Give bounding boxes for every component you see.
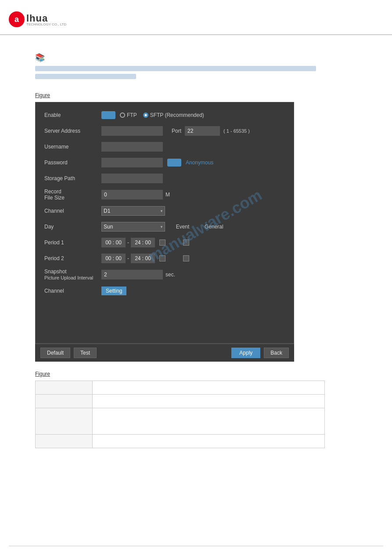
- figure-label-1: Figure: [35, 92, 50, 98]
- logo: a lhua TECHNOLOGY CO., LTD: [9, 11, 66, 27]
- port-input[interactable]: [185, 126, 220, 136]
- period2-label: Period 2: [44, 255, 101, 261]
- username-label: Username: [44, 144, 101, 150]
- username-row: Username: [44, 141, 285, 152]
- period1-label: Period 1: [44, 239, 101, 246]
- figure-label-2: Figure: [35, 371, 50, 377]
- table-row: [36, 395, 325, 408]
- password-label: Password: [44, 160, 101, 166]
- server-address-row: Server Address Port ( 1 - 65535 ): [44, 125, 285, 137]
- period1-start-input[interactable]: [101, 238, 126, 247]
- period2-time: -: [101, 254, 155, 263]
- table-cell-param: [36, 395, 93, 408]
- snapshot-row: Snapshot Picture Upload Interval sec.: [44, 268, 285, 281]
- day-select-wrapper: Sun ▼: [101, 222, 165, 232]
- anonymous-toggle[interactable]: [167, 159, 181, 167]
- ftp-panel-wrapper: Enable FTP SFTP (Recommended) Server Add…: [35, 102, 357, 362]
- password-input[interactable]: [101, 158, 163, 167]
- note-lines: [35, 66, 357, 79]
- sftp-radio[interactable]: [143, 112, 148, 118]
- server-address-input[interactable]: [101, 126, 163, 136]
- header: a lhua TECHNOLOGY CO., LTD: [0, 0, 392, 35]
- apply-button[interactable]: Apply: [231, 348, 260, 358]
- table-cell-desc: [93, 408, 325, 435]
- table-cell-param: [36, 408, 93, 435]
- period2-general-checkbox[interactable]: [183, 255, 189, 261]
- logo-tagline: TECHNOLOGY CO., LTD: [26, 22, 66, 26]
- logo-letter: a: [14, 15, 19, 24]
- day-row: Day Sun ▼ Event General: [44, 221, 285, 232]
- period2-separator: -: [127, 255, 129, 261]
- protocol-radio-group: FTP SFTP (Recommended): [120, 112, 204, 118]
- table-cell-param: [36, 435, 93, 448]
- main-content: 📚 Figure Enable FTP SFTP (Reco: [0, 35, 392, 457]
- snapshot-label: Snapshot Picture Upload Interval: [44, 268, 101, 281]
- table-cell-desc: [93, 435, 325, 448]
- storage-path-label: Storage Path: [44, 175, 101, 181]
- sftp-radio-item[interactable]: SFTP (Recommended): [143, 112, 204, 118]
- period2-end-input[interactable]: [131, 254, 155, 263]
- file-size-input[interactable]: [101, 190, 163, 200]
- storage-path-row: Storage Path: [44, 173, 285, 184]
- channel-label: Channel: [44, 208, 101, 214]
- channel-select-wrapper: D1 ▼: [101, 206, 165, 216]
- table-cell-desc: [93, 381, 325, 395]
- panel-spacer: [44, 301, 285, 336]
- note-line-2: [35, 74, 136, 79]
- password-row: Password Anonymous: [44, 157, 285, 168]
- channel-setting-label: Channel: [44, 288, 101, 294]
- test-button[interactable]: Test: [74, 348, 97, 358]
- channel-setting-row: Channel Setting: [44, 285, 285, 297]
- username-input[interactable]: [101, 142, 163, 152]
- general-header: General: [205, 224, 222, 230]
- port-range: ( 1 - 65535 ): [223, 128, 250, 134]
- period1-event-checkbox[interactable]: [159, 239, 165, 246]
- table-row: [36, 381, 325, 395]
- back-button[interactable]: Back: [264, 348, 289, 358]
- enable-label: Enable: [44, 112, 101, 118]
- note-section: 📚: [35, 53, 357, 79]
- period2-row: Period 2 -: [44, 253, 285, 264]
- period2-event-checkbox[interactable]: [159, 255, 165, 261]
- ftp-radio[interactable]: [120, 112, 125, 118]
- channel-row: Channel D1 ▼: [44, 205, 285, 217]
- sftp-label: SFTP (Recommended): [150, 112, 204, 118]
- day-label: Day: [44, 224, 101, 230]
- ftp-radio-item[interactable]: FTP: [120, 112, 137, 118]
- m-label: M: [165, 192, 170, 198]
- record-row: Record File Size M: [44, 189, 285, 201]
- config-table: [35, 381, 325, 448]
- period2-start-input[interactable]: [101, 254, 126, 263]
- period1-row: Period 1 -: [44, 237, 285, 248]
- page-footer: [9, 546, 383, 546]
- day-select[interactable]: Sun: [101, 222, 165, 232]
- sec-label: sec.: [165, 272, 175, 278]
- record-label: Record File Size: [44, 189, 101, 201]
- table-row: [36, 408, 325, 435]
- period1-general-checkbox[interactable]: [183, 239, 189, 246]
- period1-separator: -: [127, 239, 129, 246]
- setting-button[interactable]: Setting: [101, 287, 126, 295]
- period1-end-input[interactable]: [131, 238, 155, 247]
- table-row: [36, 435, 325, 448]
- table-cell-desc: [93, 395, 325, 408]
- default-button[interactable]: Default: [40, 348, 70, 358]
- picture-upload-input[interactable]: [101, 270, 163, 279]
- period1-time: -: [101, 238, 155, 247]
- table-cell-param: [36, 381, 93, 395]
- table-section: Figure: [35, 370, 357, 448]
- enable-toggle[interactable]: [101, 111, 115, 119]
- note-line-1: [35, 66, 316, 71]
- panel-footer: Default Test Apply Back: [35, 344, 294, 362]
- port-label: Port: [172, 128, 181, 134]
- enable-row: Enable FTP SFTP (Recommended): [44, 109, 285, 121]
- ftp-label: FTP: [127, 112, 137, 118]
- channel-select[interactable]: D1: [101, 206, 165, 216]
- anonymous-label: Anonymous: [186, 160, 213, 166]
- server-address-label: Server Address: [44, 128, 101, 134]
- brand-name: lhua: [26, 13, 48, 24]
- storage-path-input[interactable]: [101, 174, 163, 183]
- ftp-panel: Enable FTP SFTP (Recommended) Server Add…: [35, 102, 294, 344]
- port-area: Port ( 1 - 65535 ): [172, 126, 250, 136]
- event-header: Event: [174, 224, 191, 230]
